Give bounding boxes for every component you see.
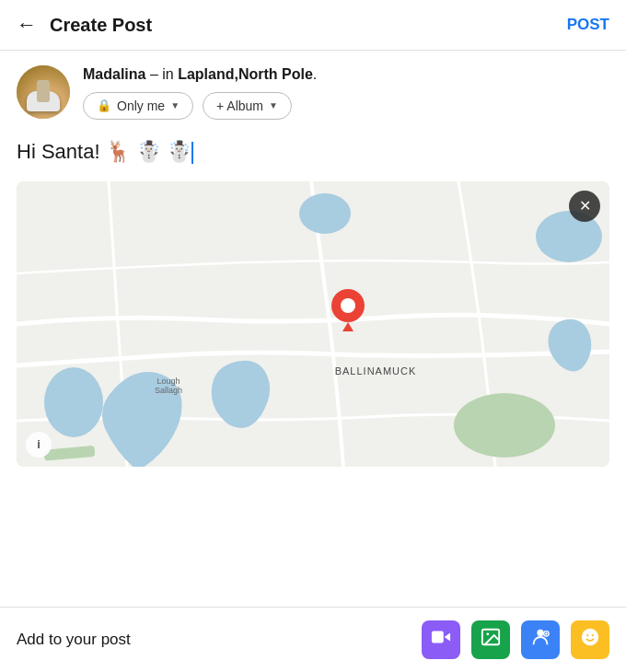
avatar-image (17, 65, 70, 119)
add-tag-button[interactable] (521, 620, 560, 659)
post-text-content: Hi Santa! 🦌 ☃️ ☃️ (17, 140, 191, 163)
svg-point-18 (582, 629, 598, 645)
svg-point-9 (341, 298, 355, 313)
svg-text:Lough: Lough (156, 377, 180, 386)
map-info-button[interactable]: i (26, 432, 52, 458)
post-text-area[interactable]: Hi Santa! 🦌 ☃️ ☃️ (0, 129, 626, 174)
video-icon (431, 627, 451, 653)
privacy-button[interactable]: 🔒 Only me ▼ (83, 92, 193, 120)
header: ← Create Post POST (0, 0, 626, 51)
user-location: Lapland,North Pole (178, 66, 313, 82)
album-label: + Album (216, 98, 263, 113)
svg-point-19 (586, 634, 588, 636)
info-icon: i (37, 437, 41, 451)
add-emoji-button[interactable] (571, 620, 609, 659)
user-separator: – in (150, 66, 178, 82)
buttons-row: 🔒 Only me ▼ + Album ▼ (83, 92, 317, 120)
svg-text:BALLINAMUCK: BALLINAMUCK (335, 365, 417, 377)
text-cursor (191, 142, 193, 164)
svg-text:Sallagh: Sallagh (155, 386, 182, 395)
close-icon: ✕ (579, 197, 591, 214)
user-name-line: Madalina – in in Lapland,North Pole. (83, 65, 317, 85)
emoji-icon (580, 627, 600, 653)
chevron-down-icon: ▼ (170, 100, 180, 110)
svg-point-20 (592, 634, 594, 636)
privacy-label: Only me (117, 98, 165, 113)
svg-point-4 (454, 393, 555, 458)
lock-icon: 🔒 (97, 98, 111, 112)
bottom-bar: Add to your post (0, 607, 626, 672)
svg-point-2 (299, 193, 351, 234)
add-photo-button[interactable] (471, 620, 510, 659)
svg-point-3 (44, 367, 103, 437)
map-close-button[interactable]: ✕ (569, 191, 600, 222)
avatar (17, 65, 70, 119)
add-video-button[interactable] (422, 620, 460, 659)
svg-rect-11 (432, 631, 444, 643)
svg-point-13 (486, 632, 489, 635)
chevron-down-icon-album: ▼ (269, 100, 278, 110)
back-button[interactable]: ← (17, 13, 37, 37)
user-info: Madalina – in in Lapland,North Pole. 🔒 O… (83, 65, 317, 120)
album-button[interactable]: + Album ▼ (203, 92, 292, 120)
map-container: Lough Sallagh BALLINAMUCK ✕ i (17, 181, 609, 467)
tag-person-icon (530, 627, 551, 653)
user-row: Madalina – in in Lapland,North Pole. 🔒 O… (0, 51, 626, 129)
bottom-icons (422, 620, 609, 659)
location-period: . (313, 66, 317, 82)
post-button[interactable]: POST (567, 16, 609, 34)
map-svg: Lough Sallagh BALLINAMUCK (17, 181, 609, 467)
page-title: Create Post (50, 15, 152, 36)
header-left: ← Create Post (17, 13, 152, 37)
add-to-post-label: Add to your post (17, 631, 131, 649)
user-name: Madalina (83, 66, 145, 82)
svg-point-14 (537, 630, 543, 636)
photo-icon (481, 627, 501, 653)
